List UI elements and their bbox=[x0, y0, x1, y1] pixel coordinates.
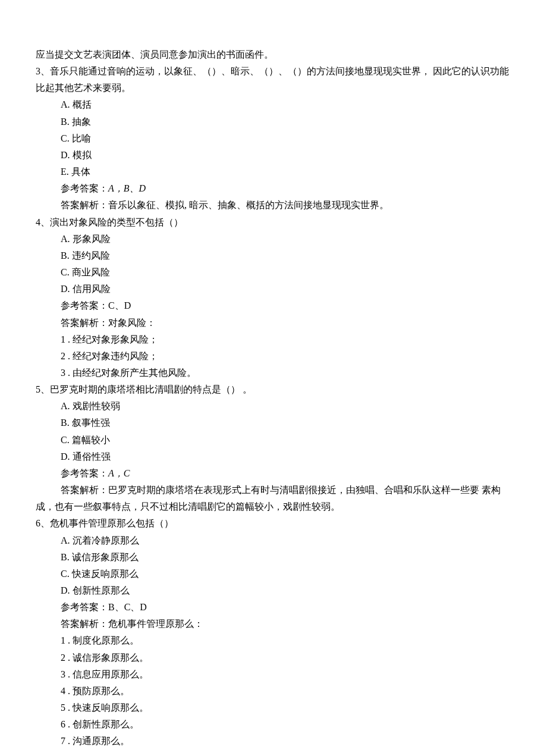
q5-answer: 参考答案：A，C bbox=[36, 465, 511, 482]
q4-answer: 参考答案：C、D bbox=[36, 297, 511, 314]
q4-expl-item-2: 2 . 经纪对象违约风险； bbox=[36, 348, 511, 365]
q6-expl-item-7: 7 . 沟通原那么。 bbox=[36, 733, 511, 749]
q5-stem: 5、巴罗克时期的康塔塔相比清唱剧的特点是（） 。 bbox=[36, 381, 511, 398]
q3-answer: 参考答案：A，B、D bbox=[36, 180, 511, 197]
q6-option-c: C. 快速反响原那么 bbox=[36, 566, 511, 582]
q6-option-b: B. 诚信形象原那么 bbox=[36, 549, 511, 566]
q5-option-c: C. 篇幅较小 bbox=[36, 432, 511, 448]
q6-explanation: 答案解析：危机事件管理原那么： bbox=[36, 616, 511, 632]
q4-expl-item-3: 3 . 由经纪对象所产生其他风险。 bbox=[36, 365, 511, 381]
q3-option-e: E. 具体 bbox=[36, 164, 511, 180]
q6-expl-item-4: 4 . 预防原那么。 bbox=[36, 683, 511, 699]
q3-option-d: D. 模拟 bbox=[36, 147, 511, 164]
q5-option-a: A. 戏剧性较弱 bbox=[36, 398, 511, 415]
q6-expl-item-1: 1 . 制度化原那么。 bbox=[36, 632, 511, 649]
q3-answer-label: 参考答案： bbox=[61, 183, 108, 193]
q6-option-d: D. 创新性原那么 bbox=[36, 582, 511, 599]
q6-option-a: A. 沉着冷静原那么 bbox=[36, 532, 511, 549]
q6-expl-item-3: 3 . 信息应用原那么。 bbox=[36, 666, 511, 683]
q5-option-b: B. 叙事性强 bbox=[36, 415, 511, 431]
q5-answer-label: 参考答案： bbox=[61, 468, 108, 478]
preface-text: 应当提交文艺表演团体、演员同意参加演出的书面函件。 bbox=[36, 46, 511, 63]
q6-expl-item-6: 6 . 创新性原那么。 bbox=[36, 716, 511, 733]
q6-answer: 参考答案：B、C、D bbox=[36, 599, 511, 616]
q3-explanation: 答案解析：音乐以象征、模拟, 暗示、抽象、概括的方法间接地显现现实世界。 bbox=[36, 197, 511, 214]
q3-option-c: C. 比喻 bbox=[36, 130, 511, 147]
q5-option-d: D. 通俗性强 bbox=[36, 448, 511, 465]
q4-option-a: A. 形象风险 bbox=[36, 231, 511, 247]
q4-option-b: B. 违约风险 bbox=[36, 247, 511, 264]
q4-option-c: C. 商业风险 bbox=[36, 264, 511, 281]
q6-stem: 6、危机事件管理原那么包括（） bbox=[36, 515, 511, 532]
q3-stem: 3、音乐只能通过音响的运动，以象征、（）、暗示、（）、（）的方法间接地显现现实世… bbox=[36, 63, 511, 96]
q4-explanation: 答案解析：对象风险： bbox=[36, 315, 511, 331]
q3-option-a: A. 概括 bbox=[36, 96, 511, 113]
q4-stem: 4、演出对象风险的类型不包括（） bbox=[36, 214, 511, 231]
q6-expl-item-2: 2 . 诚信形象原那么。 bbox=[36, 650, 511, 666]
q6-expl-item-5: 5 . 快速反响原那么。 bbox=[36, 699, 511, 716]
q4-option-d: D. 信用风险 bbox=[36, 281, 511, 297]
q4-expl-item-1: 1 . 经纪对象形象风险； bbox=[36, 331, 511, 348]
q5-answer-value: A，C bbox=[108, 468, 130, 478]
q5-explanation: 答案解析：巴罗克时期的康塔塔在表现形式上有时与清唱剧很接近，由独唱、合唱和乐队这… bbox=[36, 482, 511, 515]
q3-option-b: B. 抽象 bbox=[36, 114, 511, 130]
q3-answer-value: A，B、D bbox=[108, 183, 146, 193]
